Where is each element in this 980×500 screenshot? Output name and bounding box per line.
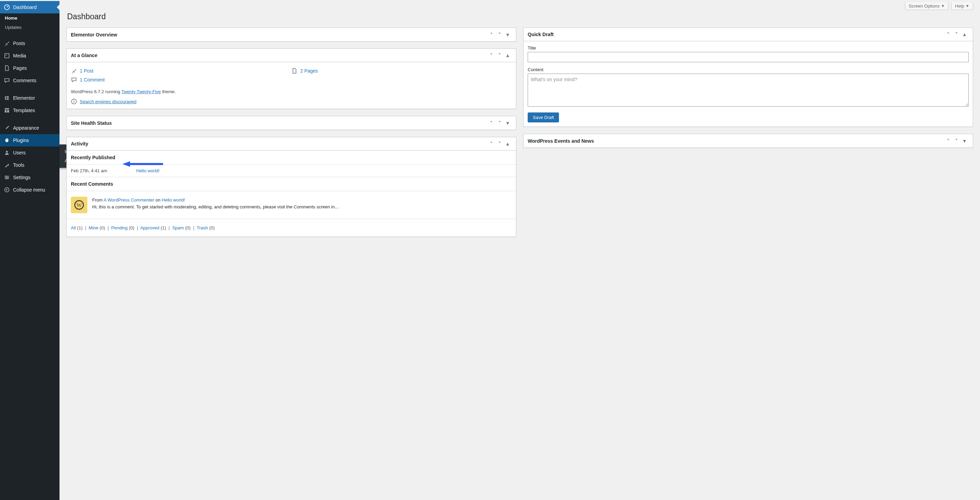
help-label: Help [955,3,964,9]
filter-trash[interactable]: Trash [197,225,208,230]
chevron-down-icon: ▼ [966,4,969,8]
pin-icon [71,68,77,74]
sidebar-item-appearance[interactable]: Appearance [0,122,59,134]
toggle-icon[interactable]: ▲ [504,51,512,59]
sidebar-item-media[interactable]: Media [0,49,59,62]
quickdraft-content-textarea[interactable] [528,74,969,106]
toggle-icon[interactable]: ▲ [960,30,969,38]
svg-point-14 [5,176,7,177]
svg-rect-3 [5,96,6,100]
svg-rect-7 [5,108,9,110]
templates-icon [3,107,10,114]
glance-pages[interactable]: 2 Pages [291,67,512,75]
sidebar-item-pages[interactable]: Pages [0,62,59,74]
filter-spam[interactable]: Spam [172,225,184,230]
sidebar-label: Comments [13,78,37,83]
sidebar-label: Elementor [13,95,35,101]
move-down-icon[interactable]: ˅ [952,30,960,38]
move-up-icon[interactable]: ˄ [487,140,495,148]
postbox-title: Activity [71,141,487,146]
postbox-header[interactable]: At a Glance ˄ ˅ ▲ [67,49,516,62]
postbox-title: Quick Draft [528,32,944,37]
save-draft-button[interactable]: Save Draft [528,113,559,122]
theme-link[interactable]: Twenty Twenty-Five [121,89,161,94]
screen-options-button[interactable]: Screen Options ▼ [905,2,949,10]
postbox-title: Site Health Status [71,121,487,126]
move-down-icon[interactable]: ˅ [495,119,504,127]
move-up-icon[interactable]: ˄ [944,30,952,38]
sidebar-item-users[interactable]: Users [0,146,59,159]
settings-icon [3,174,10,181]
quickdraft-title-input[interactable] [528,52,969,62]
sidebar-label: Pages [13,65,27,71]
svg-rect-4 [6,96,9,97]
sidebar-item-plugins[interactable]: Plugins [0,134,59,146]
avatar: W [71,197,88,213]
quickdraft-title-label: Title [528,45,969,51]
sidebar-item-comments[interactable]: Comments [0,74,59,87]
sidebar-item-home[interactable]: Home [0,13,59,23]
help-button[interactable]: Help ▼ [951,2,973,10]
sidebar-item-dashboard[interactable]: Dashboard [0,1,59,13]
glance-comments[interactable]: 1 Comment [71,75,291,84]
sidebar-item-templates[interactable]: Templates [0,104,59,117]
toggle-icon[interactable]: ▲ [504,140,512,148]
postbox-header[interactable]: WordPress Events and News ˄ ˅ ▼ [523,134,973,148]
activity-post-link[interactable]: Hello world! [136,168,160,173]
postbox-header[interactable]: Elementor Overview ˄ ˅ ▼ [67,28,516,41]
move-down-icon[interactable]: ˅ [952,137,960,145]
sidebar-item-settings[interactable]: Settings [0,171,59,184]
svg-point-10 [6,151,8,153]
info-icon [71,98,77,105]
sidebar-item-elementor[interactable]: Elementor [0,92,59,104]
svg-rect-22 [73,100,74,101]
on-label: on [154,197,162,203]
user-icon [3,149,10,156]
comment-excerpt: Hi, this is a comment. To get started wi… [92,203,512,210]
glance-posts-text: 1 Post [80,68,94,74]
move-up-icon[interactable]: ˄ [487,119,495,127]
filter-pending[interactable]: Pending [111,225,127,230]
comment-post-link[interactable]: Hello world! [162,197,185,203]
postbox-header[interactable]: Activity ˄ ˅ ▲ [67,137,516,151]
main-content: Screen Options ▼ Help ▼ Dashboard Elemen… [59,1,980,500]
postbox-activity: Activity ˄ ˅ ▲ Recently Published Feb 27… [67,137,516,237]
glance-posts[interactable]: 1 Post [71,67,291,75]
admin-sidebar: Dashboard Home Updates Posts Media Pages… [0,1,59,500]
sidebar-label: Collapse menu [13,187,45,192]
move-down-icon[interactable]: ˅ [495,30,504,39]
postbox-at-a-glance: At a Glance ˄ ˅ ▲ 1 Post 2 Pages [67,49,516,109]
move-down-icon[interactable]: ˅ [495,140,504,148]
commenter-link[interactable]: A WordPress Commenter [103,197,154,203]
toggle-icon[interactable]: ▼ [504,30,512,39]
screen-options-label: Screen Options [909,3,940,9]
toggle-icon[interactable]: ▼ [504,119,512,127]
move-down-icon[interactable]: ˅ [495,51,504,59]
filter-mine-count: (0) [100,225,105,230]
svg-rect-21 [73,101,74,103]
filter-approved[interactable]: Approved [140,225,160,230]
postbox-header[interactable]: Site Health Status ˄ ˅ ▼ [67,116,516,130]
sidebar-item-updates[interactable]: Updates [0,23,59,32]
quickdraft-content-label: Content [528,67,969,72]
move-up-icon[interactable]: ˄ [944,137,952,145]
sidebar-label: Users [13,150,26,156]
sidebar-item-collapse[interactable]: Collapse menu [0,184,59,196]
filter-pending-count: (0) [129,225,135,230]
filter-mine[interactable]: Mine [89,225,99,230]
activity-date: Feb 27th, 4:41 am [71,168,136,173]
filter-all[interactable]: All [71,225,76,230]
postbox-header[interactable]: Quick Draft ˄ ˅ ▲ [523,28,973,41]
sidebar-item-posts[interactable]: Posts [0,37,59,49]
move-up-icon[interactable]: ˄ [487,30,495,39]
move-up-icon[interactable]: ˄ [487,51,495,59]
sidebar-label: Plugins [13,138,29,143]
toggle-icon[interactable]: ▼ [960,137,969,145]
seo-discouraged-link[interactable]: Search engines discouraged [80,99,137,104]
glance-version-suffix: theme. [161,89,176,94]
plugin-icon [3,137,10,144]
sidebar-item-tools[interactable]: Tools [0,159,59,171]
postbox-quick-draft: Quick Draft ˄ ˅ ▲ Title Content Save Dra… [523,27,973,127]
sidebar-label: Settings [13,175,30,180]
activity-recent-comments-heading: Recent Comments [67,177,516,191]
